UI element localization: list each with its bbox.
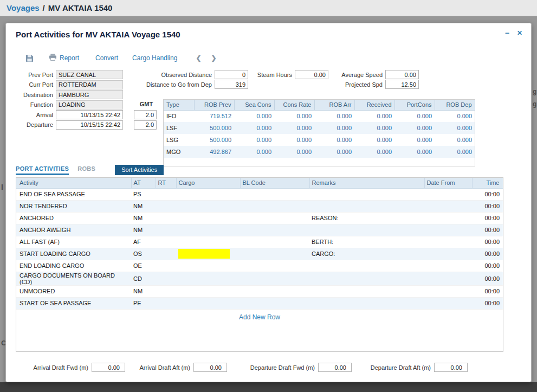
cell-activity[interactable]: ANCHORED: [16, 212, 131, 224]
cell-remarks[interactable]: [309, 285, 424, 297]
cell-at[interactable]: OS: [131, 248, 156, 260]
cell-rt[interactable]: [156, 272, 176, 285]
rob-value-cell[interactable]: 0.000: [435, 122, 475, 134]
cell-time[interactable]: 00:00: [472, 285, 503, 297]
rob-type-cell[interactable]: LSF: [164, 122, 194, 134]
rob-value-cell[interactable]: 0.000: [354, 146, 394, 158]
cell-activity[interactable]: START OF SEA PASSAGE: [16, 297, 131, 309]
cell-time[interactable]: 00:00: [472, 297, 503, 309]
rob-value-cell[interactable]: 500.000: [194, 122, 234, 134]
steam-hours-input[interactable]: 0.00: [295, 70, 328, 79]
cell-remarks[interactable]: REASON:: [309, 212, 424, 224]
projected-speed-input[interactable]: 12.50: [385, 80, 419, 89]
cell-remarks[interactable]: [309, 200, 424, 212]
cell-time[interactable]: 00:00: [472, 212, 503, 224]
cell-bl[interactable]: [240, 248, 309, 260]
cell-date[interactable]: [424, 297, 472, 309]
rob-value-cell[interactable]: 0.000: [435, 134, 475, 146]
prev-port-arrow-icon[interactable]: ❮: [196, 54, 201, 62]
cell-cargo[interactable]: [176, 272, 240, 285]
rob-value-cell[interactable]: 0.000: [234, 146, 274, 158]
cell-activity[interactable]: ALL FAST (AF): [16, 236, 131, 248]
sort-activities-button[interactable]: Sort Activities: [115, 165, 164, 175]
rob-value-cell[interactable]: 0.000: [314, 134, 354, 146]
cell-bl[interactable]: [240, 260, 309, 272]
cell-time[interactable]: 00:00: [472, 188, 503, 200]
rob-type-cell[interactable]: LSG: [164, 134, 194, 146]
cell-remarks[interactable]: [309, 272, 424, 285]
arrival-draft-aft-input[interactable]: 0.00: [193, 363, 227, 372]
rob-value-cell[interactable]: 0.000: [274, 110, 314, 122]
prev-port-field[interactable]: SUEZ CANAL: [56, 70, 123, 79]
rob-value-cell[interactable]: 0.000: [435, 110, 475, 122]
cell-cargo[interactable]: [176, 236, 240, 248]
cell-rt[interactable]: [156, 224, 176, 236]
cell-date[interactable]: [424, 260, 472, 272]
observed-distance-input[interactable]: 0: [215, 70, 248, 79]
rob-value-cell[interactable]: 0.000: [234, 122, 274, 134]
cell-bl[interactable]: [240, 236, 309, 248]
cell-remarks[interactable]: [309, 260, 424, 272]
cell-date[interactable]: [424, 272, 472, 285]
minimize-icon[interactable]: −: [505, 29, 509, 37]
cell-activity[interactable]: UNMOORED: [16, 285, 131, 297]
cell-activity[interactable]: NOR TENDERED: [16, 200, 131, 212]
rob-value-cell[interactable]: 719.512: [194, 110, 234, 122]
cell-rt[interactable]: [156, 200, 176, 212]
rob-value-cell[interactable]: 0.000: [394, 134, 435, 146]
cell-date[interactable]: [424, 200, 472, 212]
cell-activity[interactable]: END OF SEA PASSAGE: [16, 188, 131, 200]
cell-remarks[interactable]: [309, 188, 424, 200]
cell-rt[interactable]: [156, 188, 176, 200]
arrival-draft-fwd-input[interactable]: 0.00: [92, 363, 125, 372]
cell-time[interactable]: 00:00: [472, 248, 503, 260]
rob-value-cell[interactable]: 0.000: [314, 122, 354, 134]
departure-draft-fwd-input[interactable]: 0.00: [318, 363, 352, 372]
report-button[interactable]: Report: [49, 54, 79, 62]
cell-at[interactable]: NM: [131, 285, 156, 297]
rob-value-cell[interactable]: 0.000: [394, 110, 435, 122]
cell-at[interactable]: NM: [131, 224, 156, 236]
rob-value-cell[interactable]: 0.000: [354, 134, 394, 146]
cell-at[interactable]: AF: [131, 236, 156, 248]
cell-at[interactable]: OE: [131, 260, 156, 272]
cell-time[interactable]: 00:00: [472, 224, 503, 236]
cell-cargo[interactable]: [176, 212, 240, 224]
cell-remarks[interactable]: [309, 297, 424, 309]
cell-bl[interactable]: [240, 224, 309, 236]
rob-type-cell[interactable]: MGO: [164, 146, 194, 158]
cell-cargo[interactable]: [176, 260, 240, 272]
cell-remarks[interactable]: [309, 224, 424, 236]
rob-value-cell[interactable]: 0.000: [274, 134, 314, 146]
cell-rt[interactable]: [156, 260, 176, 272]
cell-remarks[interactable]: CARGO:: [309, 248, 424, 260]
function-field[interactable]: LOADING: [56, 100, 123, 110]
cell-cargo[interactable]: [176, 297, 240, 309]
cell-time[interactable]: 00:00: [472, 236, 503, 248]
breadcrumb-voyages-link[interactable]: Voyages: [7, 3, 40, 12]
add-new-row-link[interactable]: Add New Row: [239, 313, 280, 321]
departure-draft-aft-input[interactable]: 0.00: [434, 363, 468, 372]
next-port-arrow-icon[interactable]: ❯: [211, 54, 217, 62]
rob-value-cell[interactable]: 0.000: [274, 146, 314, 158]
rob-value-cell[interactable]: 0.000: [274, 122, 314, 134]
cell-bl[interactable]: [240, 272, 309, 285]
cell-rt[interactable]: [156, 248, 176, 260]
rob-value-cell[interactable]: 0.000: [394, 146, 435, 158]
cell-at[interactable]: CD: [131, 272, 156, 285]
cell-time[interactable]: 00:00: [472, 272, 503, 285]
cell-date[interactable]: [424, 236, 472, 248]
cargo-highlight-input[interactable]: [178, 249, 230, 259]
cell-activity[interactable]: CARGO DOCUMENTS ON BOARD (CD): [16, 272, 131, 285]
cell-at[interactable]: NM: [131, 200, 156, 212]
cell-cargo[interactable]: [176, 188, 240, 200]
cell-remarks[interactable]: BERTH:: [309, 236, 424, 248]
cell-bl[interactable]: [240, 188, 309, 200]
arrival-gmt-field[interactable]: 2.0: [134, 110, 157, 119]
cell-rt[interactable]: [156, 297, 176, 309]
arrival-field[interactable]: 10/13/15 22:42: [56, 110, 123, 119]
cell-cargo[interactable]: [176, 200, 240, 212]
destination-field[interactable]: HAMBURG: [56, 90, 123, 99]
cell-cargo[interactable]: [176, 248, 240, 260]
distance-to-go-input[interactable]: 319: [215, 80, 248, 89]
